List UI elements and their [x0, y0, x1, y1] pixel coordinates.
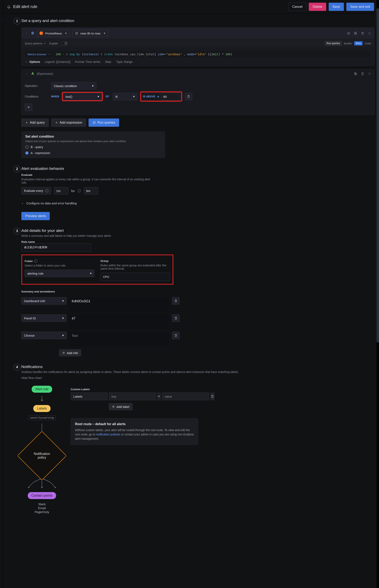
step-badge-1: 1: [14, 18, 20, 25]
query-patterns[interactable]: Query patterns: [25, 42, 46, 45]
svg-point-1: [347, 32, 350, 34]
duplicate-icon[interactable]: [347, 31, 350, 35]
annotation-value-0[interactable]: Kdh0OoSG1: [69, 297, 169, 312]
collapse-expr-a[interactable]: [24, 72, 29, 76]
radio-a-label: A - expression: [31, 151, 50, 155]
run-queries-button[interactable]: Run queries: [89, 119, 119, 127]
info-icon[interactable]: i: [34, 259, 37, 263]
node-contact-points: Contact points: [28, 492, 56, 499]
remove-annotation-1[interactable]: [172, 314, 180, 322]
annotation-key-select-1[interactable]: Panel ID ▾: [21, 314, 66, 322]
copy-icon[interactable]: [354, 31, 357, 35]
plus-circle-icon: [112, 405, 115, 408]
radio-a[interactable]: [25, 151, 29, 155]
annotation-key-select-0[interactable]: Dashboard UID ▾: [21, 297, 66, 305]
operation-label: Operation: [25, 84, 47, 88]
add-query-button[interactable]: Add query: [21, 119, 49, 127]
step-title-3: Add details for your alert: [21, 228, 375, 233]
cancel-button[interactable]: Cancel: [288, 3, 306, 11]
add-label-button[interactable]: Add label: [109, 403, 132, 410]
kw-when: WHEN: [51, 95, 59, 98]
run-queries-chip[interactable]: Run queries: [325, 41, 342, 46]
datasource-name: Prometheus: [45, 32, 62, 35]
hide-flow-chart-link[interactable]: Hide flow chart: [21, 376, 375, 380]
label-key-input[interactable]: key: [109, 392, 156, 400]
delete-button[interactable]: Delete: [309, 3, 326, 11]
query-name-b[interactable]: B: [32, 31, 34, 35]
save-and-exit-button[interactable]: Save and exit: [346, 3, 374, 11]
configure-nodata-label: Configure no data and error handling: [26, 201, 77, 205]
when-func-select[interactable]: last() ▾: [63, 93, 102, 100]
drag-handle-icon[interactable]: [368, 72, 371, 76]
step-badge-4: 4: [14, 364, 20, 371]
remove-annotation-2[interactable]: [172, 332, 180, 339]
operation-select[interactable]: Classic condition ▾: [51, 82, 96, 90]
label-value-input[interactable]: value: [162, 392, 209, 400]
plus-icon: [25, 121, 28, 124]
svg-point-6: [369, 34, 369, 34]
explain-toggle[interactable]: [62, 42, 68, 45]
folder-group-highlight: Folder i Select a folder to store your r…: [21, 254, 173, 285]
query-tools-row: Query patterns Explain Run queries Build…: [22, 39, 374, 48]
chevron-down-icon: ▾: [90, 272, 92, 275]
metrics-browser[interactable]: Metrics browser: [25, 50, 53, 58]
radio-b[interactable]: [25, 145, 29, 149]
clock-icon: [75, 32, 78, 35]
svg-point-9: [370, 34, 370, 34]
threshold-input[interactable]: 60: [161, 93, 180, 100]
notification-policies-link[interactable]: notification policies: [96, 433, 120, 436]
info-icon[interactable]: i: [45, 189, 48, 192]
of-query-value: B: [115, 95, 117, 98]
expr-name-a[interactable]: A: [32, 72, 34, 76]
left-collapse-rail: [0, 0, 3, 588]
trash-icon: [174, 299, 178, 303]
configure-nodata-row[interactable]: Configure no data and error handling: [21, 201, 375, 205]
chevron-right-icon: [21, 202, 24, 204]
trash-icon[interactable]: [361, 72, 364, 76]
add-info-button[interactable]: Add info: [59, 349, 81, 356]
collapse-query-b[interactable]: [24, 31, 29, 35]
opt-type: Type: Range: [116, 60, 132, 63]
svg-point-15: [370, 73, 370, 73]
root-route-panel: Root route – default for all alerts With…: [71, 418, 198, 445]
add-expression-button[interactable]: Add expression: [51, 119, 86, 127]
time-range-picker[interactable]: now-3h to now ▾: [72, 30, 108, 37]
rule-name-input[interactable]: 各主机CPU使用率: [21, 243, 91, 252]
trash-icon: [174, 334, 178, 337]
kw-is-above[interactable]: IS ABOVE: [143, 95, 155, 98]
annotation-value-2[interactable]: Text: [69, 332, 169, 346]
add-condition-button[interactable]: [25, 104, 32, 111]
group-input[interactable]: CPU: [100, 273, 170, 281]
beta-badge: Beta: [354, 41, 363, 45]
scrollbar-thumb[interactable]: [377, 8, 379, 342]
query-options-row[interactable]: Options Legend: {{instance}} Format: Tim…: [22, 58, 374, 65]
contact-list: Slack Email PagerDuty: [35, 502, 49, 514]
evaluate-for-input[interactable]: 5m: [84, 187, 98, 195]
opt-format: Format: Time series: [75, 60, 100, 63]
scrollbar-track[interactable]: [377, 0, 379, 588]
trash-icon: [187, 95, 190, 98]
datasource-picker[interactable]: Prometheus ▾: [37, 30, 69, 37]
of-query-select[interactable]: B ▾: [113, 93, 137, 100]
builder-label[interactable]: Builder: [344, 42, 352, 45]
trash-icon[interactable]: [361, 31, 364, 35]
code-tab[interactable]: Code: [365, 42, 371, 45]
page-title: Edit alert rule: [13, 4, 37, 9]
preview-alerts-button[interactable]: Preview alerts: [21, 212, 50, 220]
annotation-key-select-2[interactable]: Choose ▾: [21, 332, 66, 339]
copy-icon[interactable]: [354, 72, 357, 76]
top-actions: Cancel Delete Save Save and exit: [288, 3, 374, 11]
info-icon[interactable]: i: [78, 189, 81, 192]
remove-label-button[interactable]: [210, 393, 214, 400]
expand-nav-button[interactable]: [0, 18, 3, 22]
remove-condition-button[interactable]: [185, 93, 192, 100]
promql-code[interactable]: 100 - ( avg by (instance) ( irate (windo…: [53, 51, 235, 58]
folder-select[interactable]: alerting rule ▾: [25, 270, 94, 277]
chevron-down-icon: [26, 32, 27, 35]
annotation-value-1[interactable]: 47: [69, 314, 169, 329]
save-button[interactable]: Save: [329, 3, 344, 11]
remove-annotation-0[interactable]: [172, 297, 180, 305]
drag-handle-icon[interactable]: [368, 31, 371, 35]
custom-labels-title: Custom Labels: [71, 388, 375, 391]
evaluate-every-input[interactable]: 1m: [54, 187, 68, 195]
